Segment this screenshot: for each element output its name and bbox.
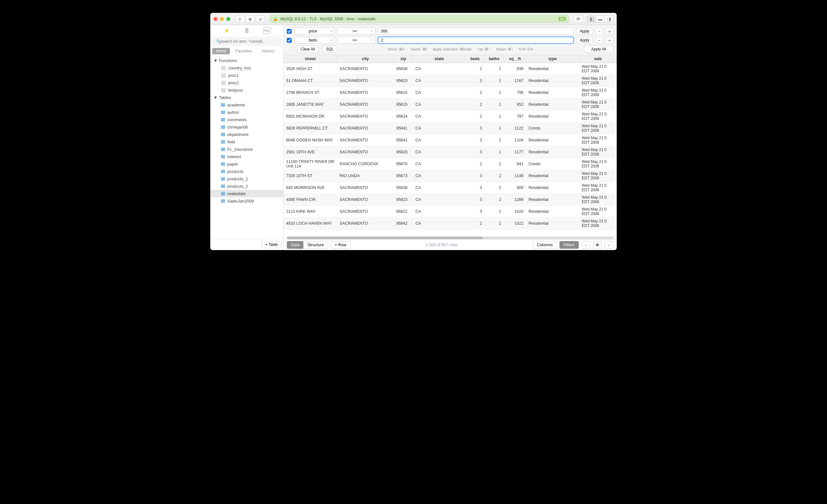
cell-street[interactable]: 51 OMAHA CT	[284, 75, 337, 87]
sidebar-table-department[interactable]: department	[210, 131, 283, 138]
structure-tab[interactable]: Structure	[303, 241, 328, 249]
cell-sq__ft[interactable]: 1177	[504, 146, 526, 158]
cell-state[interactable]: CA	[413, 182, 466, 194]
back-button[interactable]: ⊘	[235, 15, 244, 22]
cell-sq__ft[interactable]: 836	[504, 63, 526, 75]
tab-items[interactable]: Items	[212, 48, 230, 54]
add-filter-icon[interactable]: +	[606, 28, 614, 35]
cell-beds[interactable]: 3	[466, 170, 485, 182]
cell-street[interactable]: 6048 OGDEN NASH WAY	[284, 134, 337, 146]
cell-baths[interactable]: 2	[485, 170, 504, 182]
right-panel-icon[interactable]: ◨	[604, 15, 614, 22]
cell-sq__ft[interactable]: 1104	[504, 134, 526, 146]
cell-sale[interactable]: Wed May 21 0 EDT 2008	[579, 99, 617, 111]
cell-type[interactable]: Residential	[526, 146, 579, 158]
sidebar-table-FL_insurance[interactable]: FL_insurance	[210, 146, 283, 153]
table-row[interactable]: 7325 10TH STRIO LINDA95673CA321146Reside…	[284, 170, 617, 182]
cell-state[interactable]: CA	[413, 170, 466, 182]
plug-icon[interactable]: ⚡	[223, 27, 230, 34]
cell-baths[interactable]: 2	[485, 182, 504, 194]
cell-sq__ft[interactable]: 852	[504, 99, 526, 111]
cell-state[interactable]: CA	[413, 99, 466, 111]
column-header-sq__ft[interactable]: sq__ft	[504, 55, 526, 63]
table-row[interactable]: 6001 MCMAHON DRSACRAMENTO95824CA21797Res…	[284, 111, 617, 122]
cell-zip[interactable]: 95823	[394, 75, 413, 87]
sidebar-table-interest[interactable]: interest	[210, 153, 283, 160]
table-row[interactable]: 4085 FAWN CIRSACRAMENTO95823CA321289Resi…	[284, 194, 617, 206]
cell-city[interactable]: SACRAMENTO	[337, 134, 394, 146]
cell-sq__ft[interactable]: 1020	[504, 206, 526, 218]
cell-street[interactable]: 5828 PEPPERMILL CT	[284, 122, 337, 134]
cell-state[interactable]: CA	[413, 158, 466, 170]
tables-group[interactable]: ▼ Tables	[210, 94, 283, 101]
cell-beds[interactable]: 3	[466, 194, 485, 206]
cell-zip[interactable]: 95838	[394, 63, 413, 75]
table-row[interactable]: 645 MORRISON AVESACRAMENTO95838CA32909Re…	[284, 182, 617, 194]
tab-history[interactable]: History	[258, 48, 278, 54]
sidebar-table-field[interactable]: field	[210, 138, 283, 146]
cell-sq__ft[interactable]: 1022	[504, 218, 526, 230]
cell-baths[interactable]: 2	[485, 134, 504, 146]
sidebar-table-products_1[interactable]: products_1	[210, 175, 283, 183]
column-header-beds[interactable]: beds	[466, 55, 485, 63]
cell-street[interactable]: 2113 KIRK WAY	[284, 206, 337, 218]
cell-type[interactable]: Residential	[526, 134, 579, 146]
table-row[interactable]: 2561 19TH AVESACRAMENTO95820CA311177Resi…	[284, 146, 617, 158]
cell-street[interactable]: 7325 10TH ST	[284, 170, 337, 182]
sidebar-table-crimejan06[interactable]: crimejan06	[210, 123, 283, 131]
cell-zip[interactable]: 95824	[394, 111, 413, 122]
cell-sq__ft[interactable]: 909	[504, 182, 526, 194]
cell-sq__ft[interactable]: 796	[504, 87, 526, 99]
cell-sale[interactable]: Wed May 21 0 EDT 2008	[579, 122, 617, 134]
apply-all-button[interactable]: Apply All	[584, 46, 614, 53]
cell-street[interactable]: 4533 LOCH HAVEN WAY	[284, 218, 337, 230]
cell-zip[interactable]: 95838	[394, 182, 413, 194]
cell-city[interactable]: SACRAMENTO	[337, 206, 394, 218]
cell-sq__ft[interactable]: 797	[504, 111, 526, 122]
cell-sale[interactable]: Wed May 21 0 EDT 2008	[579, 158, 617, 170]
remove-filter-icon[interactable]: −	[595, 37, 603, 44]
horizontal-scrollbar[interactable]	[287, 237, 614, 239]
cell-type[interactable]: Residential	[526, 99, 579, 111]
table-row[interactable]: 2805 JANETTE WAYSACRAMENTO95815CA21852Re…	[284, 99, 617, 111]
add-row-button[interactable]: + Row	[331, 241, 350, 249]
cell-zip[interactable]: 95841	[394, 122, 413, 134]
cell-baths[interactable]: 1	[485, 75, 504, 87]
columns-button[interactable]: Columns	[533, 241, 557, 249]
column-header-sale[interactable]: sale	[579, 55, 617, 63]
cell-baths[interactable]: 1	[485, 206, 504, 218]
scroll-thumb[interactable]	[287, 237, 483, 239]
table-row[interactable]: 2796 BRANCH STSACRAMENTO95815CA21796Resi…	[284, 87, 617, 99]
filter-column-select[interactable]: price	[294, 28, 335, 35]
cell-state[interactable]: CA	[413, 194, 466, 206]
cell-baths[interactable]: 2	[485, 158, 504, 170]
cell-city[interactable]: RANCHO CORDOVA	[337, 158, 394, 170]
cell-city[interactable]: SACRAMENTO	[337, 146, 394, 158]
sidebar-table-academic[interactable]: academic	[210, 101, 283, 109]
sql-button[interactable]: SQL	[323, 46, 337, 53]
column-header-city[interactable]: city	[337, 55, 394, 63]
cell-city[interactable]: SACRAMENTO	[337, 122, 394, 134]
cell-beds[interactable]: 2	[466, 218, 485, 230]
cell-sq__ft[interactable]: 1167	[504, 75, 526, 87]
cell-beds[interactable]: 2	[466, 111, 485, 122]
cell-zip[interactable]: 95842	[394, 218, 413, 230]
cell-sale[interactable]: Wed May 21 0 EDT 2008	[579, 194, 617, 206]
cell-beds[interactable]: 3	[466, 134, 485, 146]
cell-beds[interactable]: 2	[466, 158, 485, 170]
cell-zip[interactable]: 95822	[394, 206, 413, 218]
clear-all-button[interactable]: Clear All	[297, 46, 319, 53]
filter-operator-select[interactable]: >=	[337, 28, 375, 35]
cell-city[interactable]: SACRAMENTO	[337, 218, 394, 230]
apply-filter-button[interactable]: Apply	[576, 37, 593, 44]
cell-sale[interactable]: Wed May 21 0 EDT 2008	[579, 87, 617, 99]
column-header-zip[interactable]: zip	[394, 55, 413, 63]
cell-street[interactable]: 2805 JANETTE WAY	[284, 99, 337, 111]
table-row[interactable]: 4533 LOCH HAVEN WAYSACRAMENTO95842CA2210…	[284, 218, 617, 230]
table-row[interactable]: 5828 PEPPERMILL CTSACRAMENTO95841CA31112…	[284, 122, 617, 134]
cell-type[interactable]: Residential	[526, 194, 579, 206]
cell-beds[interactable]: 2	[466, 99, 485, 111]
cell-baths[interactable]: 2	[485, 218, 504, 230]
cell-baths[interactable]: 1	[485, 63, 504, 75]
sidebar-table-paper[interactable]: paper	[210, 160, 283, 168]
